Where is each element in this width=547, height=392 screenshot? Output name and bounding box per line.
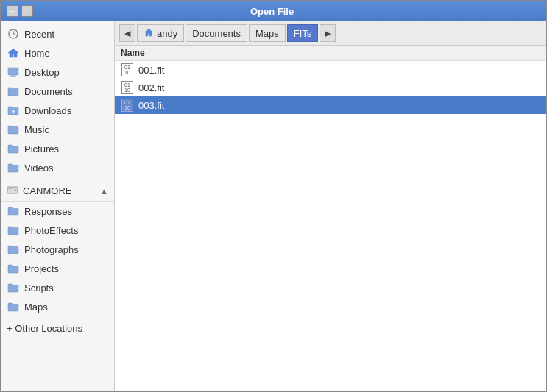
drive-label: CANMORE bbox=[23, 185, 71, 196]
sidebar-label-photoeffects: PhotoEffects bbox=[24, 225, 78, 236]
fits-file-icon-2: 0110 bbox=[121, 81, 133, 94]
sidebar-label-responses: Responses bbox=[24, 206, 72, 217]
window-controls: ─ □ bbox=[7, 5, 33, 17]
sidebar-label-recent: Recent bbox=[24, 29, 54, 40]
sidebar-item-responses[interactable]: Responses bbox=[1, 202, 114, 221]
documents-folder-icon bbox=[7, 85, 20, 98]
home-breadcrumb-icon bbox=[144, 27, 154, 40]
breadcrumb-andy-label: andy bbox=[157, 28, 177, 39]
downloads-folder-icon bbox=[7, 104, 20, 117]
sidebar: Recent Home Desktop bbox=[1, 21, 115, 391]
scripts-folder-icon bbox=[7, 281, 20, 294]
sidebar-item-downloads[interactable]: Downloads bbox=[1, 101, 114, 120]
responses-folder-icon bbox=[7, 204, 20, 218]
svg-rect-4 bbox=[8, 68, 18, 75]
file-icon-001: 0110 bbox=[121, 63, 134, 76]
breadcrumb-andy[interactable]: andy bbox=[137, 24, 184, 42]
file-item-003[interactable]: 0110 003.fit bbox=[115, 96, 546, 114]
sidebar-label-desktop: Desktop bbox=[24, 67, 60, 78]
file-list-header: Name bbox=[115, 46, 546, 61]
sidebar-label-scripts: Scripts bbox=[24, 282, 54, 293]
videos-folder-icon bbox=[7, 161, 20, 174]
sidebar-item-maps[interactable]: Maps bbox=[1, 297, 114, 316]
sidebar-label-downloads: Downloads bbox=[24, 105, 71, 116]
sidebar-divider-1 bbox=[1, 179, 114, 179]
projects-folder-icon bbox=[7, 262, 20, 275]
fits-file-icon-3: 0110 bbox=[121, 99, 133, 112]
file-name-003: 003.fit bbox=[138, 100, 164, 111]
file-list: 0110 001.fit 0110 002.fit 0110 003.fit bbox=[115, 61, 546, 391]
sidebar-drive-canmore[interactable]: CANMORE ▲ bbox=[1, 181, 114, 202]
svg-rect-5 bbox=[11, 75, 15, 76]
sidebar-item-photoeffects[interactable]: PhotoEffects bbox=[1, 221, 114, 240]
svg-marker-11 bbox=[144, 28, 153, 36]
maps-folder-icon bbox=[7, 300, 20, 313]
sidebar-item-home[interactable]: Home bbox=[1, 43, 114, 63]
eject-icon[interactable]: ▲ bbox=[100, 187, 108, 196]
open-file-dialog: ─ □ Open File Recent bbox=[0, 0, 547, 392]
sidebar-item-videos[interactable]: Videos bbox=[1, 158, 114, 177]
file-icon-003: 0110 bbox=[121, 99, 134, 112]
file-item-002[interactable]: 0110 002.fit bbox=[115, 79, 546, 96]
sidebar-item-pictures[interactable]: Pictures bbox=[1, 139, 114, 158]
column-name-header: Name bbox=[121, 48, 145, 58]
navigation-toolbar: ◀ andy Documents Maps FITs bbox=[115, 21, 546, 46]
clock-icon bbox=[7, 27, 20, 40]
content-area: ◀ andy Documents Maps FITs bbox=[115, 21, 546, 391]
home-icon bbox=[7, 46, 20, 60]
svg-marker-3 bbox=[8, 49, 18, 57]
sidebar-label-music: Music bbox=[24, 124, 49, 135]
svg-rect-10 bbox=[8, 188, 13, 189]
sidebar-item-recent[interactable]: Recent bbox=[1, 24, 114, 43]
window-title: Open File bbox=[250, 6, 294, 17]
back-button[interactable]: ◀ bbox=[119, 24, 135, 42]
music-folder-icon bbox=[7, 123, 20, 136]
titlebar: ─ □ Open File bbox=[1, 1, 546, 21]
sidebar-label-photographs: Photographs bbox=[24, 244, 79, 255]
sidebar-label-pictures: Pictures bbox=[24, 143, 59, 154]
sidebar-item-projects[interactable]: Projects bbox=[1, 259, 114, 278]
file-name-002: 002.fit bbox=[138, 82, 164, 93]
file-name-001: 001.fit bbox=[138, 65, 164, 76]
sidebar-label-videos: Videos bbox=[24, 163, 54, 174]
sidebar-label-maps: Maps bbox=[24, 302, 48, 313]
sidebar-item-photographs[interactable]: Photographs bbox=[1, 240, 114, 259]
sidebar-item-documents[interactable]: Documents bbox=[1, 82, 114, 101]
sidebar-label-other-locations: + Other Locations bbox=[7, 323, 82, 334]
breadcrumb-maps-label: Maps bbox=[255, 28, 279, 39]
minimize-button[interactable]: ─ bbox=[7, 5, 18, 17]
breadcrumb-fits-label: FITs bbox=[294, 28, 312, 39]
file-item-001[interactable]: 0110 001.fit bbox=[115, 61, 546, 79]
svg-point-9 bbox=[15, 189, 17, 191]
breadcrumb-maps[interactable]: Maps bbox=[249, 24, 286, 42]
sidebar-label-home: Home bbox=[24, 48, 50, 59]
svg-rect-6 bbox=[10, 76, 16, 77]
fits-file-icon: 0110 bbox=[121, 63, 133, 76]
drive-icon bbox=[7, 184, 18, 198]
main-content: Recent Home Desktop bbox=[1, 21, 546, 391]
forward-button[interactable]: ▶ bbox=[320, 24, 336, 42]
breadcrumb-fits[interactable]: FITs bbox=[287, 24, 319, 42]
breadcrumb-documents-label: Documents bbox=[192, 28, 241, 39]
photoeffects-folder-icon bbox=[7, 224, 20, 237]
sidebar-item-scripts[interactable]: Scripts bbox=[1, 278, 114, 297]
sidebar-item-music[interactable]: Music bbox=[1, 120, 114, 139]
sidebar-item-desktop[interactable]: Desktop bbox=[1, 63, 114, 82]
breadcrumb-documents[interactable]: Documents bbox=[186, 24, 247, 42]
sidebar-divider-2 bbox=[1, 318, 114, 318]
pictures-folder-icon bbox=[7, 142, 20, 155]
desktop-icon bbox=[7, 65, 20, 79]
maximize-button[interactable]: □ bbox=[21, 5, 33, 17]
sidebar-item-other-locations[interactable]: + Other Locations bbox=[1, 320, 114, 337]
sidebar-label-documents: Documents bbox=[24, 86, 73, 97]
sidebar-label-projects: Projects bbox=[24, 263, 59, 274]
file-icon-002: 0110 bbox=[121, 81, 134, 94]
photographs-folder-icon bbox=[7, 243, 20, 256]
